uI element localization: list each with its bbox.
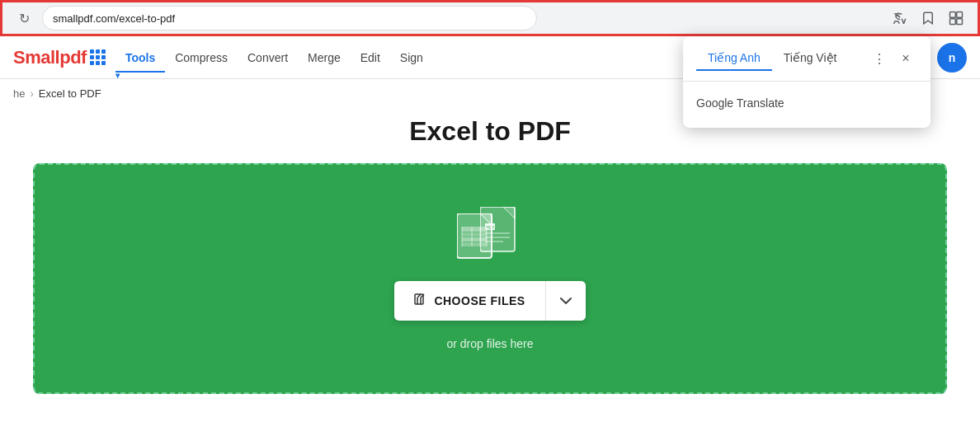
svg-rect-15 [462, 237, 487, 241]
svg-rect-2 [950, 19, 956, 25]
breadcrumb-separator: › [30, 87, 33, 100]
translate-tab-english[interactable]: Tiếng Anh [696, 46, 772, 71]
choose-files-button[interactable]: CHOOSE FILES [394, 282, 544, 320]
nav-right: n [937, 43, 967, 73]
url-text: smallpdf.com/excel-to-pdf [53, 12, 175, 25]
drop-text: or drop files here [446, 337, 533, 350]
translate-close-button[interactable]: × [894, 47, 917, 70]
nav-tools: Tools Compress Convert Merge Edit Sign [115, 45, 433, 71]
nav-item-compress[interactable]: Compress [165, 45, 238, 71]
nav-item-edit[interactable]: Edit [351, 45, 390, 71]
file-icon-container: PDF [457, 207, 523, 265]
translate-popup: Tiếng Anh Tiếng Việt ⋮ × Google Translat… [683, 36, 931, 128]
nav-item-tools[interactable]: Tools [115, 45, 165, 71]
nav-item-merge[interactable]: Merge [298, 45, 351, 71]
breadcrumb-current: Excel to PDF [39, 87, 101, 100]
choose-files-container: CHOOSE FILES [394, 281, 585, 321]
reload-button[interactable]: ↻ [12, 7, 35, 30]
address-bar[interactable]: smallpdf.com/excel-to-pdf [42, 6, 537, 30]
excel-file-icon [457, 213, 498, 260]
svg-rect-1 [957, 12, 963, 18]
nav-item-sign[interactable]: Sign [390, 45, 433, 71]
nav-item-convert[interactable]: Convert [238, 45, 298, 71]
browser-actions [888, 7, 968, 30]
svg-rect-3 [957, 19, 963, 25]
apps-grid-icon[interactable] [90, 49, 106, 65]
drop-zone[interactable]: PDF [33, 163, 947, 394]
translate-more-button[interactable]: ⋮ [868, 47, 891, 70]
translate-header: Tiếng Anh Tiếng Việt ⋮ × [683, 36, 931, 81]
translate-tabs: Tiếng Anh Tiếng Việt [696, 46, 861, 71]
svg-rect-13 [462, 227, 487, 232]
login-button[interactable]: n [937, 43, 967, 73]
bookmark-button[interactable] [916, 7, 940, 30]
translate-google-option[interactable]: Google Translate [683, 88, 931, 118]
logo: Smallpdf [13, 47, 87, 68]
translate-button[interactable] [888, 7, 912, 30]
translate-body: Google Translate [683, 81, 931, 128]
choose-files-label: CHOOSE FILES [434, 294, 525, 307]
svg-rect-16 [462, 242, 487, 246]
svg-rect-14 [462, 232, 487, 237]
browser-controls: ↻ [12, 7, 35, 30]
chevron-down-icon [560, 297, 572, 305]
browser-chrome: ↻ smallpdf.com/excel-to-pdf [0, 0, 980, 36]
main-content: Excel to PDF PDF [0, 108, 980, 410]
extensions-button[interactable] [945, 7, 968, 30]
translate-actions: ⋮ × [868, 47, 917, 70]
translate-tab-vietnamese[interactable]: Tiếng Việt [772, 46, 849, 71]
svg-rect-0 [950, 12, 956, 18]
upload-icon [414, 293, 427, 308]
breadcrumb-home[interactable]: he [13, 87, 25, 100]
choose-files-dropdown-button[interactable] [546, 281, 586, 321]
